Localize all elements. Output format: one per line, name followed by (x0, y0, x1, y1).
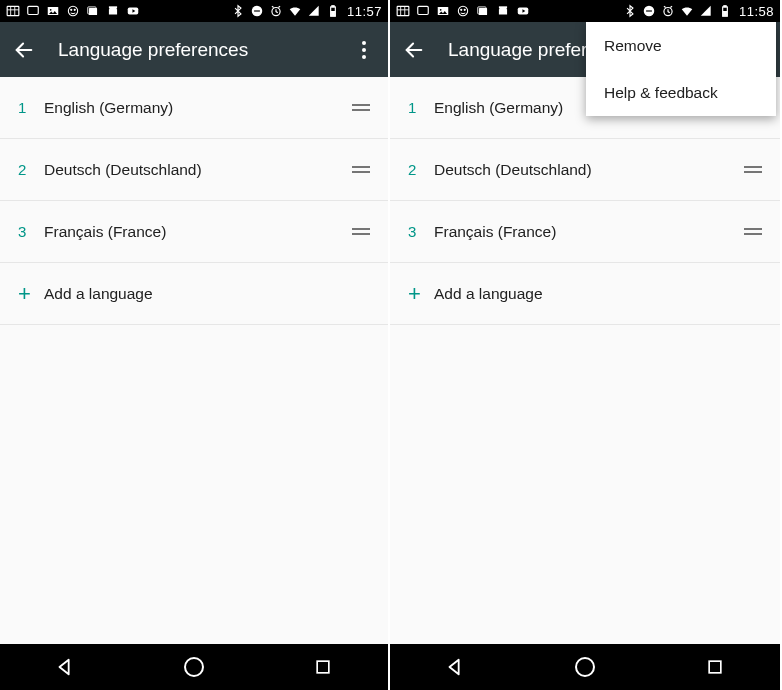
nav-back-button[interactable] (52, 654, 78, 680)
svg-point-6 (50, 9, 52, 11)
picture-icon (46, 4, 60, 18)
nav-recents-button[interactable] (702, 654, 728, 680)
language-row[interactable]: 1 English (Germany) (0, 77, 388, 139)
language-name: English (Germany) (44, 99, 348, 117)
plus-icon: + (18, 283, 44, 305)
language-name: Deutsch (Deutschland) (434, 161, 740, 179)
store-icon (496, 4, 510, 18)
svg-rect-41 (724, 6, 726, 7)
svg-rect-45 (709, 661, 721, 673)
nav-home-button[interactable] (181, 654, 207, 680)
grid-icon (396, 4, 410, 18)
language-name: Français (France) (434, 223, 740, 241)
svg-point-29 (440, 9, 442, 11)
svg-point-21 (185, 658, 203, 676)
dnd-icon (642, 4, 656, 18)
svg-rect-15 (254, 10, 260, 11)
robot-icon (456, 4, 470, 18)
language-index: 3 (408, 223, 434, 240)
svg-rect-23 (397, 6, 409, 15)
back-button[interactable] (10, 36, 38, 64)
nav-home-button[interactable] (572, 654, 598, 680)
youtube-icon (126, 4, 140, 18)
svg-rect-38 (646, 10, 652, 11)
svg-rect-35 (499, 6, 507, 8)
alarm-icon (661, 4, 675, 18)
store-icon (106, 4, 120, 18)
svg-point-9 (74, 9, 75, 10)
cards-icon (476, 4, 490, 18)
screen-right: 11:58 Language preferences Remove Help &… (390, 0, 780, 690)
nav-recents-button[interactable] (310, 654, 336, 680)
navigation-bar (0, 644, 388, 690)
add-language-label: Add a language (434, 285, 543, 303)
svg-point-30 (458, 6, 467, 15)
status-clock: 11:58 (739, 4, 774, 19)
svg-rect-27 (418, 6, 429, 14)
language-index: 3 (18, 223, 44, 240)
cast-icon (26, 4, 40, 18)
wifi-icon (288, 4, 302, 18)
cell-icon (699, 4, 713, 18)
language-row[interactable]: 2 Deutsch (Deutschland) (0, 139, 388, 201)
add-language-label: Add a language (44, 285, 153, 303)
language-row[interactable]: 3 Français (France) (390, 201, 780, 263)
battery-icon (718, 4, 732, 18)
alarm-icon (269, 4, 283, 18)
drag-handle-icon[interactable] (348, 228, 370, 235)
youtube-icon (516, 4, 530, 18)
svg-rect-22 (317, 661, 329, 673)
svg-rect-19 (331, 12, 335, 16)
nav-back-button[interactable] (442, 654, 468, 680)
status-clock: 11:57 (347, 4, 382, 19)
drag-handle-icon[interactable] (740, 166, 762, 173)
svg-rect-18 (332, 6, 334, 7)
language-index: 2 (18, 161, 44, 178)
language-index: 2 (408, 161, 434, 178)
language-name: Français (France) (44, 223, 348, 241)
language-list: 1 English (Germany) 2 Deutsch (Deutschla… (390, 77, 780, 644)
language-row[interactable]: 3 Français (France) (0, 201, 388, 263)
drag-handle-icon[interactable] (348, 104, 370, 111)
toolbar: Language preferences (0, 22, 388, 77)
cards-icon (86, 4, 100, 18)
cast-icon (416, 4, 430, 18)
wifi-icon (680, 4, 694, 18)
battery-icon (326, 4, 340, 18)
language-name: Deutsch (Deutschland) (44, 161, 348, 179)
grid-icon (6, 4, 20, 18)
page-title: Language preferences (58, 39, 350, 61)
bluetooth-icon (623, 4, 637, 18)
drag-handle-icon[interactable] (740, 228, 762, 235)
language-row[interactable]: 2 Deutsch (Deutschland) (390, 139, 780, 201)
add-language-button[interactable]: + Add a language (390, 263, 780, 325)
overflow-menu: Remove Help & feedback (586, 22, 776, 116)
menu-item-help[interactable]: Help & feedback (586, 69, 776, 116)
bluetooth-icon (231, 4, 245, 18)
cell-icon (307, 4, 321, 18)
svg-rect-42 (723, 12, 727, 16)
svg-point-7 (68, 6, 77, 15)
svg-rect-0 (7, 6, 19, 15)
screen-left: 11:57 Language preferences 1 English (Ge… (0, 0, 390, 690)
language-index: 1 (408, 99, 434, 116)
more-vert-icon (362, 39, 366, 60)
drag-handle-icon[interactable] (348, 166, 370, 173)
status-bar: 11:57 (0, 0, 388, 22)
language-list: 1 English (Germany) 2 Deutsch (Deutschla… (0, 77, 388, 644)
svg-point-31 (461, 9, 462, 10)
svg-point-8 (71, 9, 72, 10)
svg-rect-12 (109, 6, 117, 8)
picture-icon (436, 4, 450, 18)
menu-item-remove[interactable]: Remove (586, 22, 776, 69)
svg-rect-4 (28, 6, 39, 14)
back-button[interactable] (400, 36, 428, 64)
add-language-button[interactable]: + Add a language (0, 263, 388, 325)
dnd-icon (250, 4, 264, 18)
svg-point-32 (464, 9, 465, 10)
overflow-button[interactable] (350, 36, 378, 64)
plus-icon: + (408, 283, 434, 305)
language-index: 1 (18, 99, 44, 116)
status-bar: 11:58 (390, 0, 780, 22)
navigation-bar (390, 644, 780, 690)
